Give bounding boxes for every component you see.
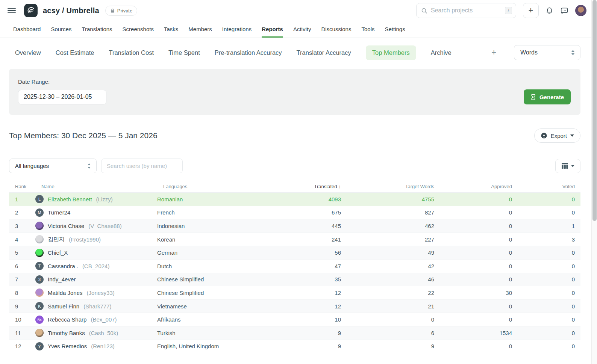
member-name[interactable]: Samuel Finn	[48, 303, 79, 310]
name-cell: KSamuel Finn(Shark777)	[35, 302, 157, 310]
member-avatar: L	[35, 195, 44, 203]
nav-tab-sources[interactable]: Sources	[51, 21, 71, 38]
translated-cell: 675	[259, 209, 341, 216]
name-cell: Chief_X	[35, 249, 157, 257]
unit-select[interactable]: Words	[514, 45, 580, 60]
nav-tab-discussions[interactable]: Discussions	[321, 21, 351, 38]
nav-tab-screenshots[interactable]: Screenshots	[123, 21, 154, 38]
member-username: (Shark777)	[83, 303, 111, 310]
name-cell: Timothy Banks(Cash_50k)	[35, 329, 157, 337]
member-name[interactable]: Timothy Banks	[48, 330, 85, 336]
languages-cell: French	[157, 209, 259, 216]
table-row: 2MTurner24French67582700	[9, 206, 580, 220]
nav-tab-reports[interactable]: Reports	[262, 21, 283, 38]
languages-cell: Dutch	[157, 263, 259, 269]
member-name[interactable]: Indy_4ever	[48, 276, 76, 282]
date-range-input[interactable]	[18, 90, 106, 104]
column-header-languages[interactable]: Languages	[157, 184, 259, 189]
languages-cell: German	[157, 249, 259, 256]
target-words-cell: 462	[341, 223, 434, 229]
member-avatar: M	[35, 208, 44, 217]
approved-cell: 0	[434, 209, 512, 216]
member-name[interactable]: Matilda Jones	[48, 290, 83, 296]
name-cell: LElizabeth Bennett(Lizzy)	[35, 195, 157, 203]
export-button[interactable]: Export	[534, 128, 580, 143]
nav-tab-activity[interactable]: Activity	[293, 21, 311, 38]
column-header-translated[interactable]: Translated↑	[259, 184, 341, 189]
nav-tab-tools[interactable]: Tools	[361, 21, 374, 38]
languages-cell: Afrikaans	[157, 316, 259, 323]
app-logo[interactable]	[24, 4, 38, 17]
search-input[interactable]	[431, 7, 502, 14]
rank-cell: 12	[9, 343, 35, 349]
column-header-name[interactable]: Name	[35, 184, 157, 189]
top-bar: acsy / Umbrella Private / +	[0, 0, 597, 21]
member-avatar	[35, 288, 44, 297]
translated-cell: 12	[259, 303, 341, 310]
generate-button[interactable]: Generate	[524, 89, 571, 104]
report-tab-overview[interactable]: Overview	[15, 49, 41, 56]
translated-cell: 445	[259, 223, 341, 229]
member-avatar: Rx	[35, 316, 44, 324]
translated-cell: 9	[259, 330, 341, 336]
search-icon	[421, 8, 427, 14]
languages-cell: Indonesian	[157, 223, 259, 229]
translated-cell: 9	[259, 343, 341, 349]
member-name[interactable]: Rebecca Sharp	[48, 316, 86, 323]
name-cell: 3Indy_4ever	[35, 275, 157, 284]
member-username: (V_Chase88)	[88, 223, 121, 229]
member-username: (Cash_50k)	[89, 330, 118, 336]
member-name[interactable]: Turner24	[48, 209, 70, 216]
messages-button[interactable]	[560, 6, 568, 15]
logo-swirl-icon	[26, 6, 35, 15]
table-row: 11Timothy Banks(Cash_50k)Turkish9615340	[9, 326, 580, 340]
user-search-input[interactable]	[101, 159, 183, 173]
report-tab-translation-cost[interactable]: Translation Cost	[109, 49, 154, 56]
user-avatar[interactable]	[575, 5, 586, 16]
languages-cell: English, United Kingdom	[157, 343, 259, 349]
name-cell: TCassandra .(CB_2024)	[35, 262, 157, 270]
column-header-target-words[interactable]: Target Words	[341, 184, 434, 189]
columns-settings-button[interactable]	[555, 159, 580, 173]
notifications-button[interactable]	[545, 7, 553, 15]
member-name[interactable]: Victoria Chase	[48, 223, 84, 229]
table-row: 5Chief_XGerman564900	[9, 246, 580, 260]
nav-tab-tasks[interactable]: Tasks	[164, 21, 178, 38]
table-body: 1LElizabeth Bennett(Lizzy)Romanian409347…	[9, 193, 580, 353]
member-username: (Ren123)	[91, 343, 115, 349]
languages-cell: Korean	[157, 236, 259, 243]
create-project-button[interactable]: +	[523, 3, 539, 18]
voted-cell: 0	[512, 343, 580, 349]
project-search[interactable]: /	[416, 3, 516, 18]
report-tab-top-members[interactable]: Top Members	[366, 45, 416, 60]
member-avatar	[35, 235, 44, 243]
report-tab-cost-estimate[interactable]: Cost Estimate	[56, 49, 94, 56]
rank-cell: 11	[9, 330, 35, 336]
nav-tab-settings[interactable]: Settings	[385, 21, 405, 38]
member-name[interactable]: 김민지	[48, 236, 65, 243]
column-header-rank[interactable]: Rank	[9, 184, 35, 189]
approved-cell: 0	[434, 196, 512, 202]
report-tab-pre-translation-accuracy[interactable]: Pre-translation Accuracy	[215, 49, 282, 56]
report-tab-archive[interactable]: Archive	[431, 49, 452, 56]
name-cell: RxRebecca Sharp(Bex_007)	[35, 316, 157, 324]
nav-tab-dashboard[interactable]: Dashboard	[13, 21, 41, 38]
member-name[interactable]: Cassandra .	[48, 263, 78, 269]
language-filter-select[interactable]: All languages	[9, 159, 97, 173]
nav-tab-translations[interactable]: Translations	[82, 21, 112, 38]
column-header-approved[interactable]: Approved	[434, 184, 512, 189]
add-report-tab-button[interactable]: +	[491, 48, 496, 57]
column-header-voted[interactable]: Voted	[512, 184, 580, 189]
nav-tab-integrations[interactable]: Integrations	[222, 21, 252, 38]
member-name[interactable]: Elizabeth Bennett	[48, 196, 92, 202]
name-cell: 김민지(Frosty1990)	[35, 235, 157, 243]
translated-cell: 47	[259, 263, 341, 269]
nav-tab-members[interactable]: Members	[188, 21, 212, 38]
scrollbar-thumb[interactable]	[592, 0, 597, 221]
report-tab-time-spent[interactable]: Time Spent	[168, 49, 200, 56]
member-name[interactable]: Chief_X	[48, 249, 68, 256]
page-scrollbar[interactable]	[591, 0, 597, 364]
member-name[interactable]: Yves Remedios	[48, 343, 87, 349]
report-tab-translator-accuracy[interactable]: Translator Accuracy	[297, 49, 351, 56]
hamburger-menu-icon[interactable]	[8, 8, 16, 13]
